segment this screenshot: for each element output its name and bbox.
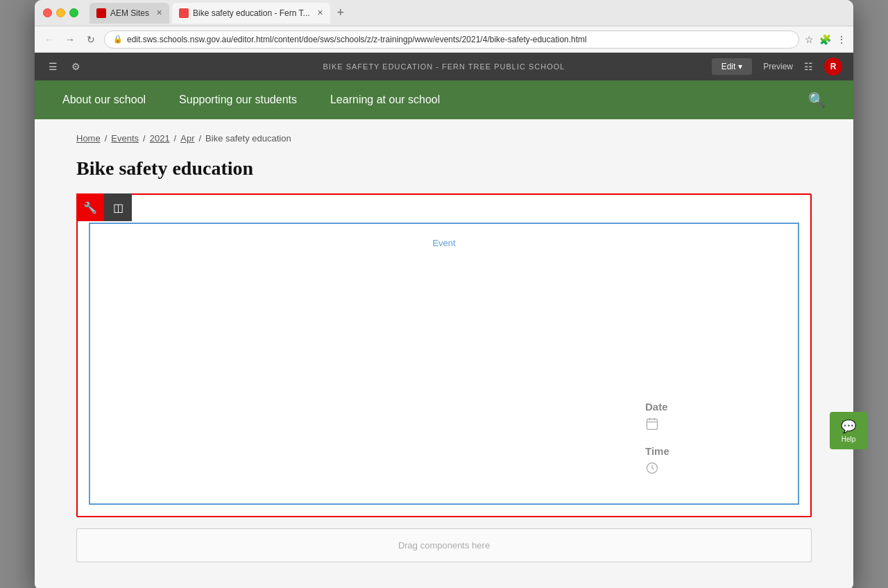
component-toolbar: 🔧 ◫ — [76, 193, 132, 221]
search-icon[interactable]: 🔍 — [808, 92, 826, 108]
url-field[interactable]: 🔒 edit.sws.schools.nsw.gov.au/editor.htm… — [104, 31, 799, 49]
help-label: Help — [842, 435, 856, 443]
date-label: Date — [645, 401, 756, 413]
menu-icon[interactable]: ⋮ — [837, 34, 846, 45]
aem-topbar: ☰ ⚙ BIKE SAFETY EDUCATION - FERN TREE PU… — [35, 53, 853, 80]
drag-zone: Drag components here — [76, 528, 812, 562]
aem-topbar-left: ☰ ⚙ — [46, 58, 83, 75]
close-button[interactable] — [43, 8, 52, 17]
help-button[interactable]: 💬 Help — [830, 412, 867, 449]
title-bar: AEM Sites ✕ Bike safety education - Fern… — [35, 0, 853, 26]
event-type-label: Event — [104, 238, 784, 248]
nav-item-supporting[interactable]: Supporting our students — [179, 93, 297, 107]
back-button[interactable]: ← — [42, 32, 57, 47]
configure-button[interactable]: 🔧 — [76, 193, 104, 221]
aem-topbar-right: Edit ▾ Preview ☷ R — [712, 58, 842, 76]
breadcrumb-2021[interactable]: 2021 — [150, 133, 170, 144]
page-favicon — [179, 8, 189, 18]
sidebar-toggle-icon[interactable]: ☰ — [46, 58, 60, 75]
svg-rect-0 — [647, 419, 658, 429]
event-details: Date Time — [645, 401, 784, 490]
tab-page-label: Bike safety education - Fern T... — [193, 8, 310, 18]
edit-button[interactable]: Edit ▾ — [712, 58, 753, 75]
tab-aem-label: AEM Sites — [110, 8, 149, 18]
lock-icon: 🔒 — [113, 35, 123, 44]
tab-page-close[interactable]: ✕ — [317, 8, 323, 17]
toolbar-icons: ☆ 🧩 ⋮ — [805, 34, 846, 45]
grid-icon[interactable]: ☷ — [804, 61, 813, 72]
page-title: Bike safety education — [76, 157, 812, 180]
traffic-lights — [43, 8, 78, 17]
avatar[interactable]: R — [824, 58, 842, 76]
tab-aem-close[interactable]: ✕ — [156, 8, 162, 17]
forward-button[interactable]: → — [62, 32, 78, 47]
site-nav: About our school Supporting our students… — [35, 80, 853, 119]
layout-icon: ◫ — [113, 201, 123, 214]
time-label: Time — [645, 445, 756, 457]
adjust-icon[interactable]: ⚙ — [69, 58, 83, 75]
aem-favicon — [96, 8, 106, 18]
aem-topbar-title: BIKE SAFETY EDUCATION - FERN TREE PUBLIC… — [323, 62, 565, 71]
bookmark-icon[interactable]: ☆ — [805, 34, 814, 45]
chevron-down-icon: ▾ — [738, 62, 742, 71]
breadcrumb-home[interactable]: Home — [76, 133, 101, 144]
extensions-icon[interactable]: 🧩 — [819, 34, 831, 45]
tabs-bar: AEM Sites ✕ Bike safety education - Fern… — [89, 3, 348, 24]
breadcrumb: Home / Events / 2021 / Apr / Bike safety… — [76, 133, 812, 144]
layout-button[interactable]: ◫ — [104, 193, 132, 221]
preview-button[interactable]: Preview — [763, 62, 793, 71]
tab-page[interactable]: Bike safety education - Fern T... ✕ — [172, 3, 330, 24]
wrench-icon: 🔧 — [83, 201, 97, 214]
breadcrumb-events[interactable]: Events — [111, 133, 139, 144]
svg-line-6 — [652, 468, 654, 469]
nav-item-about[interactable]: About our school — [62, 93, 146, 107]
maximize-button[interactable] — [69, 8, 78, 17]
event-content-area — [104, 262, 784, 401]
browser-window: AEM Sites ✕ Bike safety education - Fern… — [35, 0, 853, 588]
refresh-button[interactable]: ↻ — [83, 32, 99, 47]
minimize-button[interactable] — [56, 8, 65, 17]
tab-aem[interactable]: AEM Sites ✕ — [89, 3, 169, 24]
drag-zone-label: Drag components here — [398, 540, 490, 551]
clock-icon — [645, 461, 756, 478]
event-component: Event Date Time — [89, 223, 799, 505]
new-tab-button[interactable]: + — [333, 6, 349, 20]
calendar-icon — [645, 417, 756, 434]
edit-label: Edit — [722, 62, 736, 71]
page-content: Home / Events / 2021 / Apr / Bike safety… — [35, 119, 853, 588]
breadcrumb-apr[interactable]: Apr — [180, 133, 194, 144]
url-text: edit.sws.schools.nsw.gov.au/editor.html/… — [127, 35, 587, 44]
breadcrumb-current: Bike safety education — [205, 133, 291, 144]
component-wrapper: 🔧 ◫ Event Date — [76, 193, 812, 517]
help-icon: 💬 — [841, 419, 856, 434]
nav-item-learning[interactable]: Learning at our school — [330, 93, 440, 107]
address-bar: ← → ↻ 🔒 edit.sws.schools.nsw.gov.au/edit… — [35, 26, 853, 53]
